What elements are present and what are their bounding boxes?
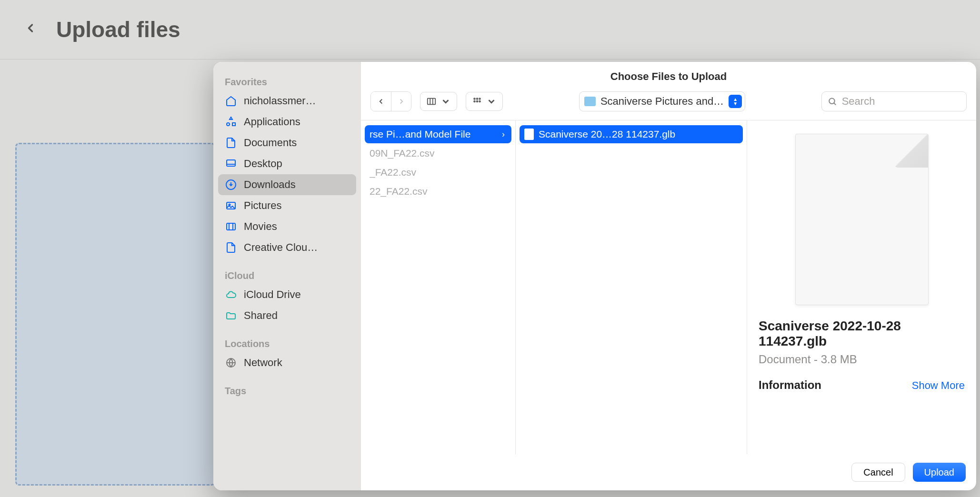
cloud-icon [225,288,237,301]
sidebar-item-creative-cloud[interactable]: Creative Clou… [218,237,356,258]
search-input[interactable] [842,95,960,108]
shared-folder-icon [225,309,237,322]
upload-dropzone[interactable] [15,143,215,486]
sidebar-item-label: Documents [244,137,297,149]
sidebar-item-label: Shared [244,309,278,322]
chevron-right-icon [397,97,406,106]
preview-meta: Document - 3.8 MB [759,353,965,366]
folder-name: Scaniverse Pictures and… [600,95,724,108]
sidebar-header-tags: Tags [218,383,356,399]
folder-select[interactable]: Scaniverse Pictures and… ▲▼ [579,91,745,111]
svg-point-14 [479,98,480,99]
page-title: Upload files [56,17,180,42]
nav-back-button[interactable] [371,92,391,111]
chevron-down-icon [486,96,497,107]
toolbar: Scaniverse Pictures and… ▲▼ [361,91,976,120]
sidebar-item-documents[interactable]: Documents [218,132,356,153]
chevron-left-icon [24,21,37,35]
sidebar-item-label: Network [244,357,282,369]
show-more-link[interactable]: Show More [912,379,965,392]
file-row[interactable]: 22_FA22.csv [365,182,511,200]
document-icon [225,137,237,149]
apps-icon [225,116,237,128]
up-down-chevron-icon: ▲▼ [729,95,742,108]
file-name: 22_FA22.csv [370,186,505,197]
sidebar-header-icloud: iCloud [218,268,356,284]
file-name: rse Pi…and Model File [370,129,497,140]
sidebar-item-applications[interactable]: Applications [218,111,356,132]
nav-forward-button[interactable] [391,92,411,111]
preview-pane: Scaniverse 2022-10-28 114237.glb Documen… [747,120,976,454]
network-icon [225,357,237,369]
svg-point-17 [479,101,480,102]
sidebar-item-desktop[interactable]: Desktop [218,153,356,174]
search-box[interactable] [821,91,967,111]
file-column-2: Scaniverse 20…28 114237.glb [516,120,747,454]
view-columns-button[interactable] [420,92,457,111]
upload-button[interactable]: Upload [913,463,966,482]
svg-point-15 [474,101,475,102]
cancel-button[interactable]: Cancel [851,463,905,482]
back-button[interactable] [24,21,37,39]
movie-icon [225,220,237,233]
preview-filename: Scaniverse 2022-10-28 114237.glb [759,318,965,349]
file-row[interactable]: _FA22.csv [365,163,511,181]
file-row[interactable]: Scaniverse 20…28 114237.glb [520,125,743,143]
sidebar-item-label: Applications [244,116,300,128]
sidebar-item-label: Downloads [244,179,296,191]
desktop-icon [225,158,237,170]
svg-point-18 [829,98,834,103]
file-column-1: rse Pi…and Model File › 09N_FA22.csv _FA… [361,120,516,454]
file-dialog: Favorites nicholassmer… Applications Doc… [213,62,976,490]
file-name: Scaniverse 20…28 114237.glb [539,129,736,140]
chevron-down-icon [440,96,451,107]
svg-point-16 [477,101,478,102]
view-grid-button[interactable] [466,92,503,111]
sidebar: Favorites nicholassmer… Applications Doc… [213,62,361,490]
sidebar-item-downloads[interactable]: Downloads [218,174,356,195]
file-row[interactable]: rse Pi…and Model File › [365,125,511,143]
svg-line-19 [834,103,836,105]
sidebar-item-movies[interactable]: Movies [218,216,356,237]
dialog-title: Choose Files to Upload [361,62,976,91]
download-icon [225,179,237,191]
document-icon [225,241,237,254]
divider [0,59,980,60]
chevron-right-icon: › [502,129,505,139]
file-name: _FA22.csv [370,167,505,178]
home-icon [225,95,237,107]
columns-icon [426,96,437,107]
grid-icon [472,96,482,107]
file-icon [524,129,534,140]
sidebar-item-label: iCloud Drive [244,288,301,301]
preview-info-label: Information [759,378,821,392]
svg-rect-5 [227,223,235,230]
sidebar-header-locations: Locations [218,336,356,352]
sidebar-item-pictures[interactable]: Pictures [218,195,356,216]
picture-icon [225,199,237,212]
chevron-left-icon [377,97,385,106]
sidebar-item-shared[interactable]: Shared [218,305,356,326]
sidebar-item-label: Pictures [244,199,281,212]
svg-point-13 [477,98,478,99]
svg-point-12 [474,98,475,99]
sidebar-item-label: Movies [244,220,277,233]
sidebar-item-network[interactable]: Network [218,352,356,373]
file-name: 09N_FA22.csv [370,148,505,159]
sidebar-item-icloud-drive[interactable]: iCloud Drive [218,284,356,305]
svg-rect-0 [227,160,235,166]
sidebar-item-label: nicholassmer… [244,95,316,107]
folder-icon [584,97,596,106]
sidebar-header-favorites: Favorites [218,74,356,90]
sidebar-item-label: Desktop [244,158,282,170]
file-row[interactable]: 09N_FA22.csv [365,144,511,162]
preview-thumbnail [795,134,929,305]
sidebar-item-label: Creative Clou… [244,241,318,254]
search-icon [828,96,837,107]
sidebar-item-home[interactable]: nicholassmer… [218,90,356,111]
svg-rect-9 [428,99,436,105]
